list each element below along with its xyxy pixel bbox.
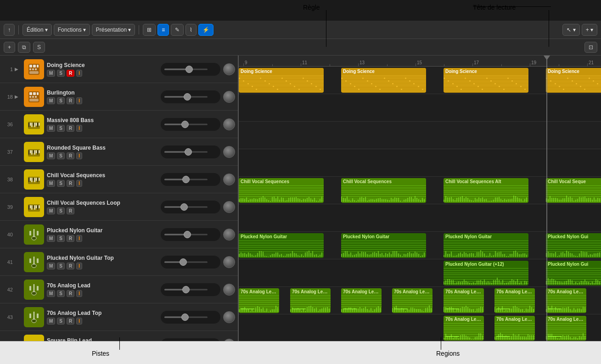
track-vol-knob[interactable] bbox=[223, 284, 235, 296]
track-icon[interactable] bbox=[24, 224, 44, 245]
region[interactable]: 70s Analog Lead ( bbox=[290, 288, 331, 313]
track-s-btn[interactable]: S bbox=[57, 97, 65, 104]
region[interactable]: Plucked Nylon Guitar bbox=[444, 233, 528, 258]
region[interactable]: Chill Vocal Sequences Alt bbox=[444, 178, 528, 203]
duplicate-button[interactable]: ⧉ bbox=[18, 42, 30, 53]
fader-knob[interactable] bbox=[181, 314, 189, 321]
track-icon[interactable] bbox=[24, 169, 44, 190]
track-r-btn[interactable]: R bbox=[67, 180, 74, 187]
track-vol-knob[interactable] bbox=[223, 91, 235, 103]
track-vol-knob[interactable] bbox=[223, 311, 235, 323]
track-rec-btn[interactable]: I bbox=[76, 70, 82, 77]
track-m-btn[interactable]: M bbox=[47, 125, 55, 132]
region[interactable]: 70s Analog Lead ( bbox=[444, 316, 484, 341]
track-m-btn[interactable]: M bbox=[47, 318, 55, 325]
fader-knob[interactable] bbox=[184, 93, 191, 101]
region[interactable]: 70s Analog Lead ( bbox=[392, 288, 432, 313]
track-rec-btn[interactable]: I bbox=[76, 97, 82, 104]
track-fader[interactable] bbox=[161, 283, 220, 296]
track-s-btn[interactable]: S bbox=[57, 125, 65, 132]
track-vol-knob[interactable] bbox=[223, 146, 235, 158]
track-icon[interactable] bbox=[24, 87, 44, 107]
track-rec-btn[interactable]: I bbox=[76, 125, 82, 132]
fader-knob[interactable] bbox=[185, 66, 193, 73]
pencil-button[interactable]: ✎ bbox=[171, 24, 184, 36]
region[interactable]: 70s Analog Lead ( bbox=[494, 288, 535, 313]
track-vol-knob[interactable] bbox=[223, 118, 235, 130]
track-vol-knob[interactable] bbox=[223, 256, 235, 268]
region[interactable]: 70s Analog Lead ( bbox=[341, 288, 382, 313]
track-m-btn[interactable]: M bbox=[47, 235, 55, 242]
track-m-btn[interactable]: M bbox=[47, 70, 55, 77]
fader-knob[interactable] bbox=[180, 258, 187, 266]
fader-knob[interactable] bbox=[180, 203, 188, 211]
track-m-btn[interactable]: M bbox=[47, 97, 55, 104]
track-rec-btn[interactable]: I bbox=[76, 152, 82, 159]
track-icon[interactable] bbox=[24, 307, 44, 327]
region[interactable]: Plucked Nylon Guitar bbox=[239, 233, 324, 258]
track-r-btn[interactable]: R bbox=[67, 207, 74, 214]
track-vol-knob[interactable] bbox=[223, 229, 235, 241]
region[interactable]: Doing Science bbox=[546, 68, 601, 93]
add-track-button[interactable]: + bbox=[4, 42, 15, 53]
track-r-btn[interactable]: R bbox=[67, 70, 74, 77]
track-m-btn[interactable]: M bbox=[47, 207, 55, 214]
region[interactable]: Doing Science bbox=[444, 68, 528, 93]
track-r-btn[interactable]: R bbox=[67, 125, 74, 132]
track-rec-btn[interactable]: I bbox=[76, 180, 82, 187]
track-s-btn[interactable]: S bbox=[57, 318, 65, 325]
region[interactable]: Chill Vocal Sequences bbox=[239, 178, 324, 203]
track-fader[interactable] bbox=[161, 201, 220, 213]
region[interactable]: 70s Analog Lead ( bbox=[444, 288, 484, 313]
list-view-button[interactable]: ≡ bbox=[157, 24, 169, 36]
track-s-btn[interactable]: S bbox=[57, 290, 65, 297]
track-s-btn[interactable]: S bbox=[57, 207, 65, 214]
track-expand[interactable]: ▶ bbox=[15, 94, 21, 99]
track-r-btn[interactable]: R bbox=[67, 263, 74, 269]
screen-button[interactable]: ⊡ bbox=[584, 42, 597, 53]
track-icon[interactable] bbox=[24, 197, 44, 217]
track-rec-btn[interactable]: I bbox=[76, 263, 82, 269]
track-expand[interactable]: ▶ bbox=[15, 67, 21, 72]
track-s-btn[interactable]: S bbox=[57, 235, 65, 242]
track-vol-knob[interactable] bbox=[223, 63, 235, 75]
region[interactable]: Chill Vocal Seque bbox=[546, 178, 601, 203]
region[interactable]: 70s Analog Lead ( bbox=[494, 316, 535, 341]
track-s-btn[interactable]: S bbox=[57, 180, 65, 187]
region[interactable]: Plucked Nylon Guitar bbox=[341, 233, 426, 258]
track-fader[interactable] bbox=[161, 63, 220, 76]
track-icon[interactable] bbox=[24, 252, 44, 272]
track-fader[interactable] bbox=[161, 228, 220, 241]
track-s-btn[interactable]: S bbox=[57, 263, 65, 269]
fader-knob[interactable] bbox=[182, 176, 190, 183]
region[interactable]: Plucked Nylon Guitar (+12) bbox=[444, 261, 528, 286]
add-tool[interactable]: + ▾ bbox=[582, 24, 597, 36]
region[interactable]: 70s Analog Lead ( bbox=[239, 288, 279, 313]
track-m-btn[interactable]: M bbox=[47, 263, 55, 269]
back-button[interactable]: ↑ bbox=[4, 24, 15, 36]
s-button[interactable]: S bbox=[33, 42, 45, 53]
fader-knob[interactable] bbox=[181, 121, 189, 128]
region[interactable]: Plucked Nylon Gui bbox=[546, 233, 601, 258]
track-fader[interactable] bbox=[161, 173, 220, 186]
track-icon[interactable] bbox=[24, 59, 44, 79]
region[interactable]: Doing Science bbox=[341, 68, 426, 93]
curve-button[interactable]: ⌇ bbox=[185, 24, 197, 36]
track-icon[interactable] bbox=[24, 142, 44, 162]
track-fader[interactable] bbox=[161, 146, 220, 158]
grid-view-button[interactable]: ⊞ bbox=[143, 24, 156, 36]
track-rec-btn[interactable]: I bbox=[76, 318, 82, 325]
track-icon[interactable] bbox=[24, 280, 44, 300]
fonctions-menu[interactable]: Fonctions ▾ bbox=[54, 24, 90, 36]
track-m-btn[interactable]: M bbox=[47, 152, 55, 159]
region[interactable]: Doing Science bbox=[239, 68, 324, 93]
track-r-btn[interactable]: R bbox=[67, 235, 74, 242]
fader-knob[interactable] bbox=[185, 148, 192, 156]
region[interactable]: 70s Analog Lead ( bbox=[546, 316, 586, 341]
region[interactable]: Chill Vocal Sequences bbox=[341, 178, 426, 203]
track-vol-knob[interactable] bbox=[223, 201, 235, 213]
snap-button[interactable]: ⚡ bbox=[198, 24, 213, 36]
region[interactable]: Plucked Nylon Gui bbox=[546, 261, 601, 286]
region[interactable]: 70s Analog Lead ( bbox=[546, 288, 586, 313]
track-rec-btn[interactable]: I bbox=[76, 290, 82, 297]
